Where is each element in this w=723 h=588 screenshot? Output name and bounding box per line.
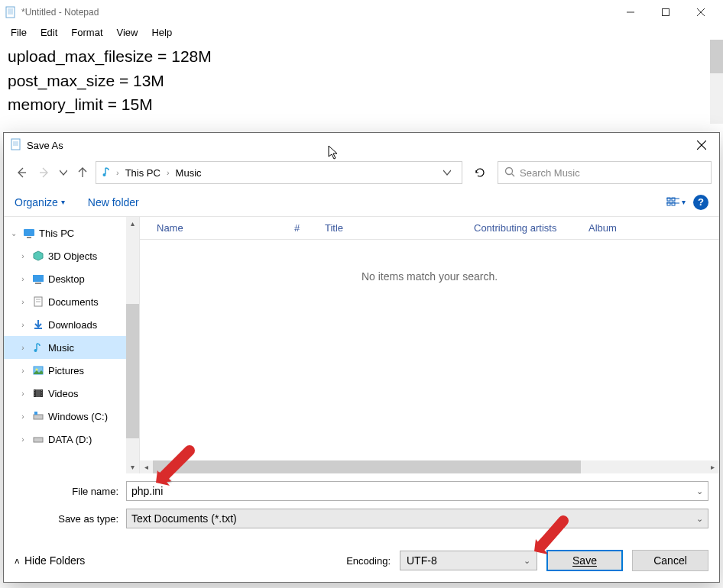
dialog-close-button[interactable] <box>684 134 719 157</box>
nav-forward-button[interactable] <box>34 162 54 183</box>
svg-rect-30 <box>35 283 41 284</box>
menu-help[interactable]: Help <box>145 25 178 40</box>
tree-drive-d[interactable]: › DATA (D:) <box>4 428 139 451</box>
svg-rect-45 <box>41 393 42 393</box>
scroll-left-icon[interactable]: ◂ <box>140 460 153 473</box>
chevron-right-icon[interactable]: › <box>18 367 28 375</box>
cancel-button[interactable]: Cancel <box>632 550 708 571</box>
notepad-titlebar: *Untitled - Notepad <box>0 0 723 24</box>
help-button[interactable]: ? <box>693 195 708 210</box>
chevron-down-icon[interactable] <box>437 167 457 179</box>
crumb-music[interactable]: Music <box>173 166 205 180</box>
column-contributing-artists[interactable]: Contributing artists <box>468 222 582 234</box>
menu-file[interactable]: File <box>5 25 33 40</box>
tree-item-label: DATA (D:) <box>48 434 92 445</box>
tree-documents[interactable]: › Documents <box>4 290 139 313</box>
organize-menu[interactable]: Organize ▾ <box>15 196 65 208</box>
tree-item-label: Documents <box>48 296 99 308</box>
svg-rect-42 <box>34 393 35 393</box>
scroll-right-icon[interactable]: ▸ <box>706 460 719 473</box>
svg-rect-41 <box>34 390 35 391</box>
save-as-dialog: Save As › This PC › Music <box>3 132 720 583</box>
nav-recent-button[interactable] <box>57 162 70 183</box>
tree-item-label: Windows (C:) <box>48 411 108 422</box>
chevron-right-icon[interactable]: › <box>18 412 28 421</box>
column-number[interactable]: # <box>288 222 319 234</box>
new-folder-button[interactable]: New folder <box>88 196 139 208</box>
chevron-right-icon[interactable]: › <box>18 435 28 444</box>
dialog-footer: ʌ Hide Folders Encoding: UTF-8 ⌄ Save Ca… <box>4 536 719 582</box>
refresh-button[interactable] <box>468 161 491 184</box>
chevron-right-icon[interactable]: › <box>18 321 28 329</box>
video-icon <box>31 386 45 400</box>
svg-rect-43 <box>34 395 35 396</box>
view-toggle[interactable]: ▾ <box>666 197 686 208</box>
file-list: Name # Title Contributing artists Album … <box>140 217 719 473</box>
encoding-value: UTF-8 <box>407 554 437 567</box>
tree-item-label: Music <box>48 342 74 354</box>
scroll-down-icon[interactable]: ▾ <box>126 460 139 473</box>
tree-drive-c[interactable]: › Windows (C:) <box>4 405 139 428</box>
tree-videos[interactable]: › Videos <box>4 382 139 405</box>
menu-view[interactable]: View <box>111 25 144 40</box>
document-icon <box>31 295 45 309</box>
save-as-type-label: Save as type: <box>15 513 126 525</box>
chevron-right-icon[interactable]: › <box>18 275 28 283</box>
notepad-menubar: File Edit Format View Help <box>0 24 723 40</box>
horizontal-scrollbar[interactable]: ◂ ▸ <box>140 460 719 473</box>
tree-item-label: This PC <box>39 228 74 239</box>
tree-3d-objects[interactable]: › 3D Objects <box>4 244 139 267</box>
breadcrumb[interactable]: › This PC › Music <box>96 161 462 184</box>
chevron-down-icon[interactable]: ⌄ <box>8 229 19 237</box>
crumb-this-pc[interactable]: This PC <box>122 166 164 180</box>
column-name[interactable]: Name <box>151 222 288 234</box>
tree-downloads[interactable]: › Downloads <box>4 313 139 336</box>
tree-scrollbar-thumb[interactable] <box>126 304 139 438</box>
tree-item-label: Videos <box>48 388 79 399</box>
menu-format[interactable]: Format <box>65 25 109 40</box>
filename-input[interactable]: php.ini ⌄ <box>126 481 708 501</box>
maximize-button[interactable] <box>648 1 683 24</box>
nav-up-button[interactable] <box>73 162 92 183</box>
hide-folders-button[interactable]: ʌ Hide Folders <box>15 554 85 567</box>
minimize-button[interactable] <box>613 1 648 24</box>
chevron-down-icon[interactable]: ⌄ <box>696 486 703 496</box>
new-folder-label: New folder <box>88 196 139 208</box>
svg-rect-6 <box>663 9 670 16</box>
chevron-right-icon[interactable]: › <box>18 252 28 260</box>
picture-icon <box>31 363 45 377</box>
save-as-type-select[interactable]: Text Documents (*.txt) ⌄ <box>126 509 708 528</box>
chevron-right-icon[interactable]: › <box>18 298 28 306</box>
vertical-scrollbar-thumb[interactable] <box>710 40 723 73</box>
svg-point-18 <box>103 173 106 176</box>
chevron-down-icon[interactable]: ⌄ <box>524 556 530 566</box>
search-input[interactable]: Search Music <box>498 161 712 184</box>
tree-music[interactable]: › Music <box>4 336 139 359</box>
encoding-select[interactable]: UTF-8 ⌄ <box>400 551 537 570</box>
chevron-right-icon[interactable]: › <box>18 344 28 352</box>
chevron-right-icon[interactable]: › <box>18 389 28 398</box>
cube-icon <box>31 249 45 263</box>
menu-edit[interactable]: Edit <box>34 25 63 40</box>
tree-desktop[interactable]: › Desktop <box>4 267 139 290</box>
horizontal-scrollbar-thumb[interactable] <box>153 460 581 473</box>
tree-this-pc[interactable]: ⌄ This PC <box>4 221 139 244</box>
tree-pictures[interactable]: › Pictures <box>4 359 139 382</box>
cancel-button-label: Cancel <box>653 554 687 567</box>
chevron-right-icon: › <box>113 168 122 177</box>
search-placeholder: Search Music <box>520 167 580 179</box>
column-album[interactable]: Album <box>582 222 704 234</box>
close-button[interactable] <box>683 1 718 24</box>
save-button[interactable]: Save <box>546 550 623 571</box>
nav-back-button[interactable] <box>11 162 31 183</box>
column-title[interactable]: Title <box>319 222 468 234</box>
tree-item-label: Downloads <box>48 319 97 331</box>
notepad-editor[interactable]: upload_max_filesize = 128M post_max_size… <box>0 40 723 124</box>
filename-label: File name: <box>15 486 126 497</box>
chevron-down-icon[interactable]: ⌄ <box>696 514 703 524</box>
svg-rect-27 <box>24 229 34 236</box>
desktop-icon <box>31 272 45 286</box>
chevron-down-icon: ▾ <box>682 198 686 206</box>
scroll-up-icon[interactable]: ▴ <box>126 217 139 230</box>
save-button-label: Save <box>572 554 597 567</box>
